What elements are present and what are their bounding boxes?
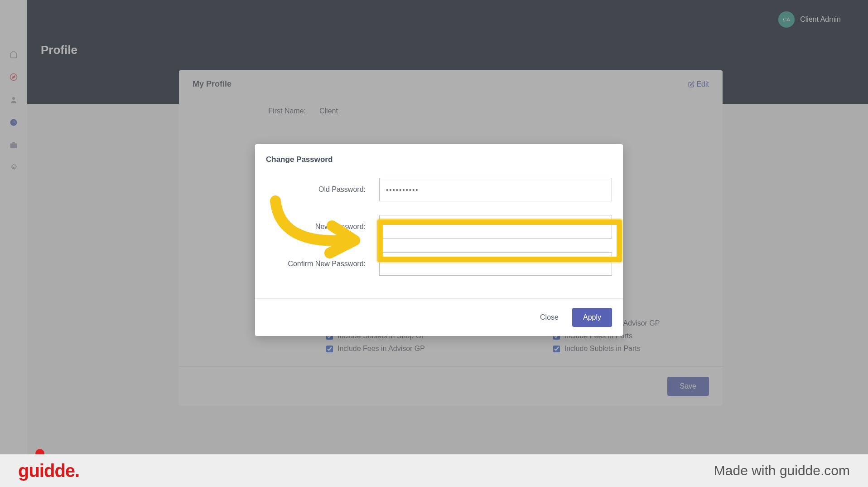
confirm-password-label: Confirm New Password:: [266, 260, 379, 268]
madewith-label: Made with guidde.com: [714, 463, 850, 478]
guidde-logo: guidde.: [18, 461, 79, 481]
modal-title: Change Password: [266, 155, 333, 164]
new-password-label: New Password:: [266, 223, 379, 231]
guidde-footer: guidde. Made with guidde.com: [0, 454, 868, 487]
old-password-label: Old Password:: [266, 185, 379, 194]
change-password-modal: Change Password Old Password: New Passwo…: [255, 144, 623, 336]
apply-button[interactable]: Apply: [572, 308, 612, 327]
old-password-input[interactable]: [379, 178, 612, 201]
new-password-input[interactable]: [379, 215, 612, 239]
close-button[interactable]: Close: [540, 313, 559, 321]
confirm-password-input[interactable]: [379, 252, 612, 276]
